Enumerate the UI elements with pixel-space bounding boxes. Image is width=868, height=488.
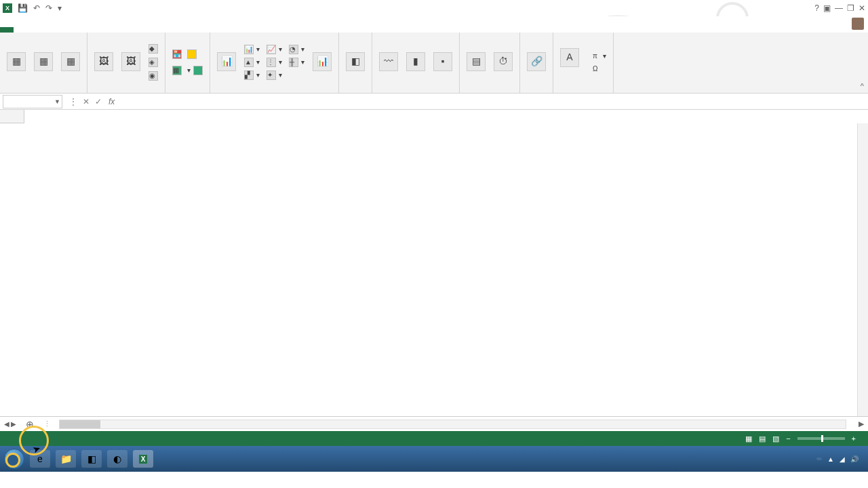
group-tablas: ▦ ▦ ▦ — [0, 33, 87, 93]
imagenes-en-linea-button[interactable]: 🖼 — [119, 51, 143, 74]
taskbar-excel-icon[interactable]: X — [133, 450, 153, 468]
user-account[interactable] — [849, 18, 864, 30]
group-ilustraciones: 🖼 🖼 ◆ ◈ ◉ — [87, 33, 165, 93]
power-view-button[interactable]: ◧ — [343, 51, 368, 74]
group-minigraficos: 〰 ▮ ▪ — [372, 33, 460, 93]
ecuacion-button[interactable]: π ▾ — [590, 51, 609, 61]
sheet-tab-bar: ◀ ▶ ⊕ ⋮ ▶ — [0, 416, 868, 431]
shapes-button[interactable]: ◆ — [146, 43, 161, 55]
mis-aplicaciones-button[interactable]: ▦ ▾ — [170, 64, 205, 77]
group-informes: ◧ — [339, 33, 372, 93]
minimize-icon[interactable]: — — [835, 3, 843, 13]
windows-taskbar: e 📁 ◧ ◐ X ▲ ◢ 🔊 — [0, 446, 868, 472]
graficos-recomendados-button[interactable]: 📊 — [214, 51, 239, 74]
group-label — [464, 90, 515, 92]
grafico-dinamico-button[interactable]: 📊 — [310, 51, 334, 74]
ribbon-display-icon[interactable]: ▣ — [823, 3, 831, 13]
pie-chart-icon[interactable]: ◔▾ — [286, 43, 307, 56]
tray-network-icon[interactable]: ◢ — [840, 455, 845, 463]
group-label — [376, 90, 455, 92]
group-label — [557, 83, 582, 92]
smartart-button[interactable]: ◈ — [146, 56, 161, 68]
escala-tiempo-button[interactable]: ⏱ — [491, 51, 515, 74]
scatter-chart-icon[interactable]: ⋮▾ — [264, 56, 285, 68]
line-chart-icon[interactable]: 📈▾ — [264, 43, 285, 56]
excel-icon: X — [3, 3, 12, 13]
help-icon[interactable]: ? — [814, 3, 819, 13]
hipervinculo-button[interactable]: 🔗 — [524, 51, 549, 74]
sheet-prev-icon[interactable]: ◀ — [4, 420, 9, 428]
cancel-icon[interactable]: ✕ — [83, 97, 90, 106]
tabla-dinamica-button[interactable]: ▦ — [4, 51, 28, 74]
name-box-dropdown-icon[interactable]: ▼ — [54, 98, 60, 105]
taskbar-app-icon[interactable]: ◧ — [81, 450, 102, 468]
group-texto: A — [553, 33, 586, 93]
group-graficos: 📊 📊▾📈▾◔▾ ▲▾⋮▾╫▾ ▞▾✦▾ 📊 — [210, 33, 339, 93]
view-layout-icon[interactable]: ▤ — [759, 434, 766, 443]
sparkline-linea-button[interactable]: 〰 — [376, 51, 401, 74]
group-aplicaciones: 🏪 ▦ ▾ — [165, 33, 210, 93]
save-icon[interactable]: 💾 — [18, 3, 28, 13]
redo-icon[interactable]: ↷ — [45, 3, 52, 13]
bar-chart-icon[interactable]: 📊▾ — [241, 43, 262, 56]
screenshot-button[interactable]: ◉ — [146, 70, 161, 82]
undo-icon[interactable]: ↶ — [33, 3, 40, 13]
simbolo-button[interactable]: Ω — [590, 64, 609, 74]
group-label — [170, 90, 205, 92]
group-label — [524, 90, 549, 92]
logo-circle-icon — [5, 453, 20, 468]
avatar — [852, 18, 864, 30]
stock-chart-icon[interactable]: ╫▾ — [286, 56, 307, 68]
area-chart-icon[interactable]: ▲▾ — [241, 56, 262, 68]
system-tray: ▲ ◢ 🔊 — [816, 455, 864, 463]
combo-chart-icon[interactable]: ▞▾ — [241, 69, 262, 81]
language-indicator[interactable] — [816, 458, 822, 460]
close-icon[interactable]: ✕ — [859, 3, 865, 13]
name-box[interactable]: ▼ — [3, 95, 62, 108]
zoom-in-icon[interactable]: + — [852, 434, 856, 443]
horizontal-scrollbar[interactable] — [59, 420, 846, 429]
texto-button[interactable]: A — [557, 47, 582, 70]
group-label — [343, 90, 368, 92]
group-simbolos: π ▾ Ω — [586, 33, 614, 93]
file-tab[interactable] — [0, 27, 14, 33]
segmentacion-button[interactable]: ▤ — [464, 51, 488, 74]
quick-access-toolbar: X 💾 ↶ ↷ ▾ — [0, 3, 62, 13]
sheet-next-icon[interactable]: ▶ — [11, 420, 16, 428]
tabla-button[interactable]: ▦ — [58, 51, 83, 74]
title-bar: X 💾 ↶ ↷ ▾ ? ▣ — ❐ ✕ — [0, 0, 868, 16]
spreadsheet-grid[interactable] — [0, 110, 868, 416]
tienda-button[interactable]: 🏪 — [170, 48, 205, 60]
taskbar-app2-icon[interactable]: ◐ — [107, 450, 127, 468]
taskbar-explorer-icon[interactable]: 📁 — [56, 450, 76, 468]
zoom-out-icon[interactable]: − — [786, 434, 790, 443]
scroll-right-icon[interactable]: ▶ — [859, 420, 868, 428]
fx-icon[interactable]: fx — [108, 97, 119, 106]
collapse-ribbon-icon[interactable]: ^ — [861, 82, 864, 90]
tray-flag-icon[interactable]: ▲ — [827, 455, 834, 463]
zoom-slider[interactable] — [797, 437, 845, 440]
view-pagebreak-icon[interactable]: ▧ — [772, 434, 779, 443]
view-normal-icon[interactable]: ▦ — [745, 434, 752, 443]
tablas-dinamicas-button[interactable]: ▦ — [31, 51, 56, 74]
vertical-scrollbar[interactable] — [857, 123, 868, 416]
qat-dropdown-icon[interactable]: ▾ — [58, 3, 62, 13]
sheet-nav: ◀ ▶ — [0, 420, 20, 428]
select-all-button[interactable] — [0, 110, 24, 123]
maximize-icon[interactable]: ❐ — [847, 3, 854, 13]
sparkline-winloss-button[interactable]: ▪ — [431, 51, 455, 74]
tray-volume-icon[interactable]: 🔊 — [850, 455, 859, 463]
split-icon[interactable]: ⋮ — [69, 97, 77, 106]
formula-bar: ▼ ⋮ ✕ ✓ fx — [0, 94, 868, 110]
enter-icon[interactable]: ✓ — [95, 97, 102, 106]
formula-input[interactable] — [119, 95, 868, 108]
group-label — [214, 90, 334, 92]
group-vinculos: 🔗 — [520, 33, 553, 93]
ribbon: ▦ ▦ ▦ 🖼 🖼 ◆ ◈ ◉ 🏪 ▦ ▾ 📊 — [0, 33, 868, 94]
imagenes-button[interactable]: 🖼 — [92, 51, 116, 74]
group-label — [590, 90, 609, 92]
divider: ⋮ — [39, 420, 55, 428]
radar-chart-icon[interactable]: ✦▾ — [264, 69, 285, 81]
screencast-logo — [3, 453, 23, 468]
sparkline-columna-button[interactable]: ▮ — [403, 51, 428, 74]
